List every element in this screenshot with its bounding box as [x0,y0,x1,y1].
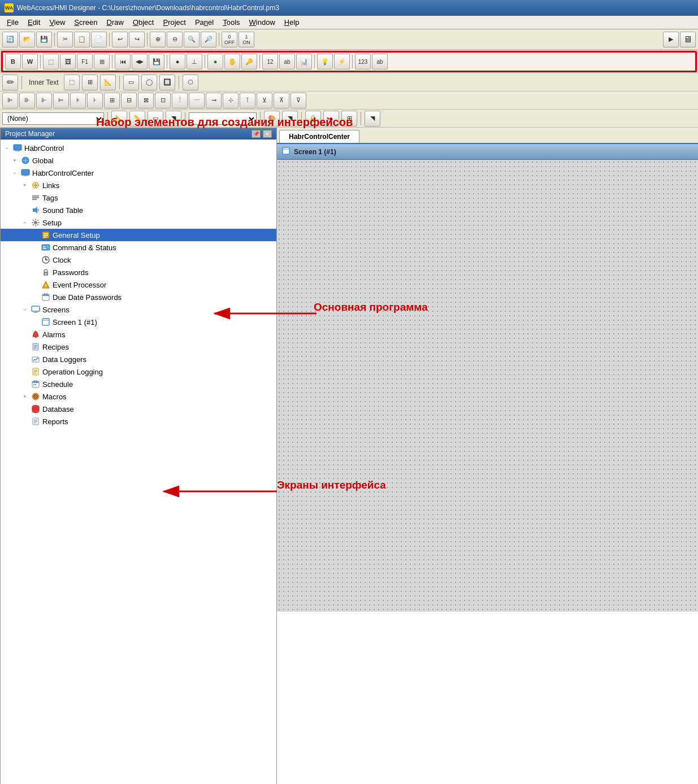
tb-align18[interactable]: ⊽ [291,93,306,108]
menu-file[interactable]: File [2,17,23,28]
expand-macros[interactable]: + [21,393,29,400]
tree-item-habrcontrol[interactable]: − HabrControl [1,142,276,154]
tb-lock-btn[interactable]: 🔒 [305,111,321,127]
tree-item-alarms[interactable]: Alarms [1,328,276,341]
tb-align3[interactable]: ⊩ [36,93,52,108]
tb-new-btn[interactable]: 🔄 [2,32,18,47]
tree-item-links[interactable]: + Links [1,179,276,191]
menu-window[interactable]: Window [245,17,280,28]
panel-pin-btn[interactable]: 📌 [252,130,261,138]
tb-widget-btn[interactable]: W [22,54,38,69]
tb-circle-btn[interactable]: ● [170,54,185,69]
expand-links[interactable]: + [21,181,29,189]
menu-screen[interactable]: Screen [70,17,102,28]
tree-item-general-setup[interactable]: General Setup [1,229,276,241]
tb-draw1-btn[interactable]: ⬚ [64,75,80,90]
tree-item-event-processor[interactable]: Event Processor [1,278,276,291]
tb-green-btn[interactable]: ● [207,54,223,69]
tb-paste-btn[interactable]: 📄 [91,32,107,47]
tb-draw2-btn[interactable]: ⊞ [82,75,98,90]
tb-frame-btn[interactable]: ⬚ [43,54,59,69]
menu-view[interactable]: View [45,17,70,28]
menu-edit[interactable]: Edit [23,17,45,28]
tb-undo-btn[interactable]: ↩ [112,32,128,47]
tb-circle2-btn[interactable]: ● [323,111,339,127]
tb-color1-btn[interactable]: 🎨 [264,111,280,127]
tb-right-btn[interactable]: ▶ [663,32,679,47]
tree-item-setup[interactable]: − Setup [1,216,276,229]
expand-sound-table[interactable] [21,206,29,214]
tb-redo-btn[interactable]: ↪ [129,32,145,47]
tb-f1-btn[interactable]: F1 [77,54,93,69]
tree-item-recipes[interactable]: Recipes [1,341,276,353]
tab-habrcontrolcenter[interactable]: HabrControlCenter [279,130,359,143]
tb-line-btn[interactable]: ⊥ [187,54,202,69]
tb-zoom-fit-btn[interactable]: 🔍 [184,32,200,47]
expand-screens[interactable]: − [21,306,29,313]
tb-shape1-btn[interactable]: ▭ [123,75,139,90]
tb-zoom-in-btn[interactable]: ⊕ [150,32,166,47]
tb-cut-btn[interactable]: ✂ [57,32,73,47]
tb-prop3-btn[interactable]: ▭ [148,111,163,127]
tb-align8[interactable]: ⊟ [121,93,137,108]
tb-save2-btn[interactable]: 💾 [149,54,164,69]
tb-num12-btn[interactable]: 12 [262,54,278,69]
tb-align4[interactable]: ⊨ [53,93,69,108]
tb-prop2-btn[interactable]: 📏 [129,111,145,127]
tree-item-due-date-passwords[interactable]: Due Date Passwords [1,291,276,303]
tree-item-database[interactable]: Database [1,403,276,415]
tb-grid-btn[interactable]: ⊞ [94,54,110,69]
tb-align9[interactable]: ⊠ [138,93,154,108]
tb-shape2-btn[interactable]: ◯ [141,75,157,90]
expand-global[interactable]: + [11,156,19,164]
tb-copy-btn[interactable]: 📋 [74,32,90,47]
tree-item-tags[interactable]: Tags [1,191,276,204]
object-color-select[interactable] [189,112,257,125]
tb-zoom-100-btn[interactable]: 🔎 [201,32,216,47]
tb-grid2-btn[interactable]: ⊞ [341,111,357,127]
canvas-dotted-area[interactable] [277,160,698,612]
tb-triangle-btn[interactable]: ◥ [365,111,380,127]
tb-align14[interactable]: ⊹ [223,93,239,108]
tb-bold-btn[interactable]: B [5,54,21,69]
expand-habrcontrolcenter[interactable]: − [11,169,19,177]
tb-monitor-btn[interactable]: 🖥 [680,32,696,47]
tb-bulb-btn[interactable]: 💡 [317,54,333,69]
tree-item-schedule[interactable]: Schedule [1,378,276,390]
tree-item-screen1[interactable]: Screen 1 (#1) [1,316,276,328]
tb-hand-btn[interactable]: 🖐 [224,54,240,69]
menu-object[interactable]: Object [128,17,159,28]
expand-tags[interactable] [21,194,29,202]
tb-color2-btn[interactable]: ◥ [282,111,298,127]
tb-ab2-btn[interactable]: ab [372,54,388,69]
tb-align1[interactable]: ⊫ [2,93,18,108]
tree-item-sound-table[interactable]: Sound Table [1,204,276,216]
tree-item-macros[interactable]: + Macros [1,390,276,403]
tb-draw3-btn[interactable]: 📐 [100,75,116,90]
tb-align12[interactable]: ⋯ [189,93,205,108]
menu-draw[interactable]: Draw [102,17,128,28]
tb-align11[interactable]: ⋮ [172,93,188,108]
tb-image-btn[interactable]: 🖼 [60,54,76,69]
tree-item-reports[interactable]: Reports [1,415,276,428]
menu-panel[interactable]: Panel [190,17,218,28]
tree-item-data-loggers[interactable]: Data Loggers [1,353,276,365]
menu-project[interactable]: Project [158,17,190,28]
tree-item-screens[interactable]: − Screens [1,303,276,316]
tb-extra2-btn[interactable]: 1ON [239,32,254,47]
expand-habrcontrol[interactable]: − [3,144,11,152]
tb-align15[interactable]: ⊺ [240,93,255,108]
tb-align5[interactable]: ⊧ [70,93,86,108]
tb-chart-btn[interactable]: 📊 [296,54,312,69]
tb-prop4-btn[interactable]: ◥ [166,111,181,127]
tb-ab-btn[interactable]: ab [279,54,295,69]
tb-save-btn[interactable]: 💾 [36,32,52,47]
tb-open-btn[interactable]: 📂 [19,32,35,47]
tb-align16[interactable]: ⊻ [257,93,272,108]
object-none-select[interactable]: (None) [2,112,104,125]
tb-align2[interactable]: ⊪ [19,93,35,108]
tree-item-habrcontrolcenter[interactable]: − HabrControlCenter [1,167,276,179]
tb-align13[interactable]: ⊸ [206,93,222,108]
tb-prop1-btn[interactable]: 📐 [111,111,127,127]
tree-item-command-status[interactable]: Command & Status [1,241,276,254]
